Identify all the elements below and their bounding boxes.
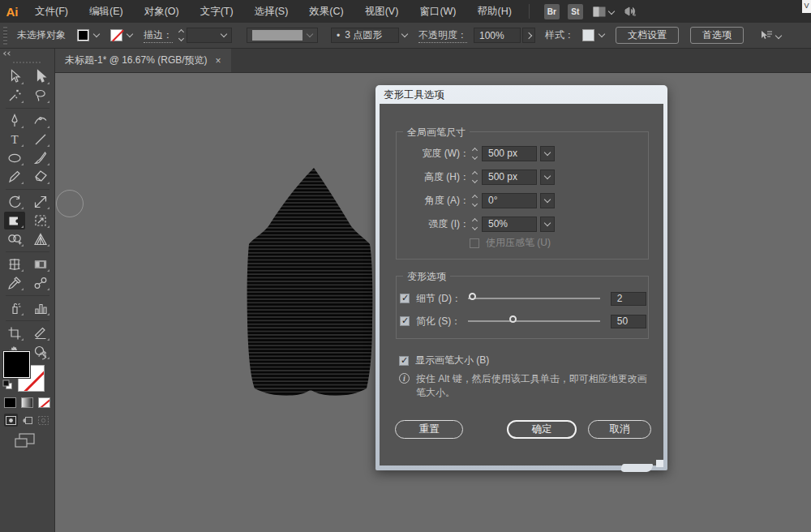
rotate-tool[interactable] bbox=[4, 193, 25, 211]
swap-fill-stroke-icon[interactable] bbox=[37, 350, 48, 361]
share-button[interactable] bbox=[624, 6, 637, 17]
stepper-down-icon[interactable] bbox=[472, 153, 478, 159]
warp-tool[interactable] bbox=[4, 212, 25, 230]
bridge-button[interactable]: Br bbox=[544, 4, 560, 19]
tool-options-menu[interactable] bbox=[760, 30, 781, 41]
line-segment-tool[interactable] bbox=[30, 131, 51, 148]
document-tab[interactable]: 未标题-1* @ 16.67% (RGB/预览) × bbox=[55, 49, 231, 72]
opacity-label[interactable]: 不透明度： bbox=[418, 28, 467, 43]
style-swatch[interactable] bbox=[582, 29, 594, 41]
workspace-switcher[interactable] bbox=[593, 6, 614, 17]
tab-close-icon[interactable]: × bbox=[216, 55, 221, 66]
field-dropdown-button[interactable] bbox=[540, 169, 555, 185]
selection-tool[interactable] bbox=[4, 68, 25, 86]
brush-definition-dropdown[interactable]: • 3 点圆形 bbox=[331, 28, 399, 43]
field-stepper[interactable] bbox=[473, 219, 477, 230]
stepper-down-icon[interactable] bbox=[178, 36, 184, 41]
menu-item-8[interactable]: 帮助(H) bbox=[467, 0, 522, 23]
menu-item-2[interactable]: 对象(O) bbox=[134, 0, 190, 23]
free-transform-tool[interactable] bbox=[30, 212, 51, 230]
menu-item-4[interactable]: 选择(S) bbox=[244, 0, 299, 23]
style-chevron-icon[interactable] bbox=[599, 31, 605, 37]
menu-item-0[interactable]: 文件(F) bbox=[24, 0, 79, 23]
eraser-tool[interactable] bbox=[30, 168, 51, 186]
dialog-resize-grip[interactable] bbox=[620, 464, 653, 472]
collapse-panel-button[interactable] bbox=[4, 52, 11, 55]
slider-checkbox[interactable] bbox=[400, 316, 410, 326]
stroke-weight-stepper[interactable] bbox=[179, 30, 183, 41]
stepper-down-icon[interactable] bbox=[472, 224, 478, 230]
field-stepper[interactable] bbox=[473, 172, 477, 182]
blend-tool[interactable] bbox=[30, 274, 51, 292]
menu-item-5[interactable]: 效果(C) bbox=[298, 0, 354, 23]
gradient-button[interactable] bbox=[21, 397, 33, 408]
mesh-tool[interactable] bbox=[4, 255, 25, 273]
stock-button[interactable]: St bbox=[568, 4, 583, 19]
slider-checkbox[interactable] bbox=[400, 294, 410, 303]
field-input[interactable]: 500 px bbox=[482, 169, 537, 185]
stepper-down-icon[interactable] bbox=[472, 200, 478, 206]
stroke-chevron-icon[interactable] bbox=[127, 31, 133, 37]
menu-item-7[interactable]: 窗口(W) bbox=[409, 0, 466, 23]
stepper-up-icon[interactable] bbox=[472, 170, 478, 176]
stepper-up-icon[interactable] bbox=[472, 147, 478, 152]
field-input[interactable]: 0° bbox=[482, 193, 537, 208]
field-stepper[interactable] bbox=[473, 195, 477, 206]
gradient-tool[interactable] bbox=[30, 255, 51, 273]
eyedropper-tool[interactable] bbox=[4, 274, 25, 292]
perspective-grid-tool[interactable] bbox=[30, 230, 51, 248]
draw-behind-mode[interactable] bbox=[20, 414, 34, 427]
stepper-down-icon[interactable] bbox=[472, 177, 478, 182]
stepper-up-icon[interactable] bbox=[472, 194, 478, 200]
document-setup-button[interactable]: 文档设置 bbox=[616, 27, 679, 44]
field-dropdown-button[interactable] bbox=[540, 217, 555, 232]
panel-drag-handle[interactable] bbox=[13, 62, 42, 63]
slider-thumb[interactable] bbox=[469, 293, 476, 300]
show-brush-checkbox[interactable] bbox=[399, 356, 409, 366]
menu-item-6[interactable]: 视图(V) bbox=[354, 0, 410, 23]
stepper-up-icon[interactable] bbox=[178, 29, 184, 35]
lasso-tool[interactable] bbox=[30, 87, 51, 105]
opacity-expand-button[interactable] bbox=[522, 28, 535, 43]
ok-button[interactable]: 确定 bbox=[507, 420, 577, 439]
type-tool[interactable]: T bbox=[4, 131, 25, 148]
cancel-button[interactable]: 取消 bbox=[588, 420, 651, 439]
slider-track[interactable] bbox=[468, 320, 600, 322]
preferences-button[interactable]: 首选项 bbox=[690, 27, 744, 44]
slice-tool[interactable] bbox=[30, 324, 51, 342]
dialog-resize-corner[interactable] bbox=[656, 460, 663, 467]
color-button[interactable] bbox=[4, 397, 16, 408]
ellipse-tool[interactable] bbox=[4, 149, 25, 167]
shaper-tool[interactable] bbox=[4, 168, 25, 186]
fill-proxy-swatch[interactable] bbox=[3, 351, 30, 378]
screen-mode-button[interactable] bbox=[15, 433, 36, 449]
magic-wand-tool[interactable] bbox=[4, 87, 25, 105]
stroke-color-swatch[interactable] bbox=[110, 29, 122, 41]
slider-thumb[interactable] bbox=[509, 315, 517, 323]
draw-normal-mode[interactable] bbox=[4, 414, 18, 427]
scale-tool[interactable] bbox=[30, 193, 51, 211]
menu-item-3[interactable]: 文字(T) bbox=[190, 0, 244, 23]
slider-value[interactable]: 50 bbox=[611, 315, 646, 328]
slider-track[interactable] bbox=[468, 298, 600, 299]
chevron-down-icon[interactable] bbox=[401, 31, 408, 37]
panel-grip[interactable] bbox=[3, 27, 7, 45]
draw-inside-mode[interactable] bbox=[36, 414, 50, 427]
field-dropdown-button[interactable] bbox=[540, 193, 555, 208]
shape-builder-tool[interactable] bbox=[4, 230, 25, 248]
stroke-weight-dropdown[interactable] bbox=[187, 28, 232, 43]
menu-item-1[interactable]: 编辑(E) bbox=[79, 0, 134, 23]
field-dropdown-button[interactable] bbox=[540, 146, 555, 161]
symbol-sprayer-tool[interactable] bbox=[4, 299, 25, 317]
warped-artwork[interactable] bbox=[246, 168, 374, 400]
artboard-tool[interactable] bbox=[4, 324, 25, 342]
opacity-input[interactable]: 100% bbox=[474, 28, 521, 43]
stepper-up-icon[interactable] bbox=[472, 217, 478, 223]
pen-tool[interactable] bbox=[4, 112, 25, 130]
fill-color-swatch[interactable] bbox=[77, 29, 89, 41]
slider-value[interactable]: 2 bbox=[611, 292, 646, 306]
fill-chevron-icon[interactable] bbox=[93, 31, 100, 37]
curvature-tool[interactable] bbox=[30, 112, 51, 130]
paintbrush-tool[interactable] bbox=[30, 149, 51, 167]
column-graph-tool[interactable] bbox=[30, 299, 51, 317]
